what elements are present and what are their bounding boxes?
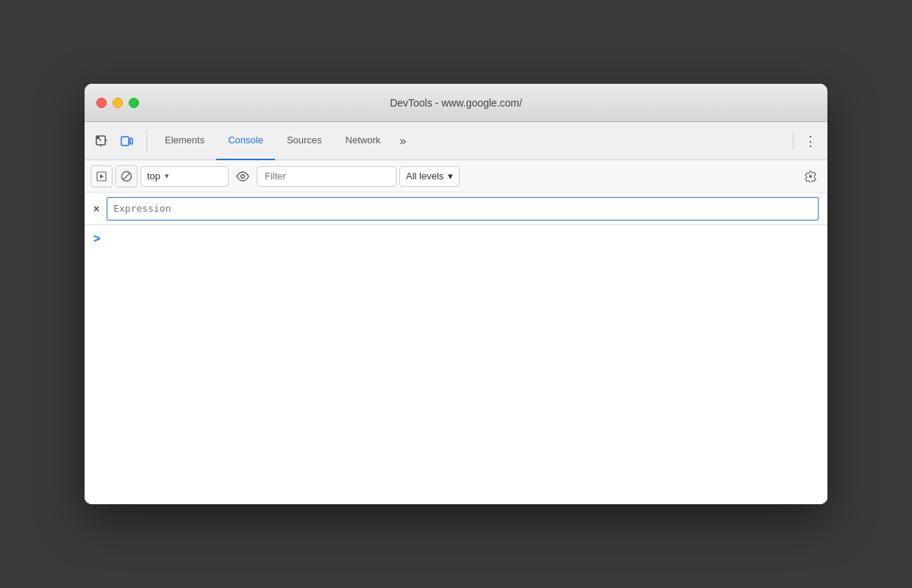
console-toolbar: top ▾ All levels ▾ — [85, 160, 827, 193]
expression-input[interactable] — [107, 197, 819, 220]
tab-divider — [793, 132, 794, 150]
device-icon — [120, 135, 133, 148]
close-button[interactable] — [96, 98, 107, 108]
context-selector[interactable]: top ▾ — [140, 166, 229, 187]
tab-more-button[interactable]: » — [392, 129, 413, 154]
maximize-button[interactable] — [129, 98, 139, 108]
run-script-button[interactable] — [90, 165, 113, 187]
title-bar: DevTools - www.google.com/ — [85, 84, 827, 122]
svg-point-7 — [241, 174, 245, 178]
eye-icon — [236, 170, 249, 183]
inspect-icon — [95, 135, 108, 148]
inspect-element-button[interactable] — [90, 130, 113, 152]
context-dropdown-arrow: ▾ — [165, 171, 169, 181]
svg-marker-4 — [100, 174, 104, 179]
block-icon — [121, 171, 132, 182]
window-title: DevTools - www.google.com/ — [390, 97, 522, 109]
log-levels-selector[interactable]: All levels ▾ — [399, 166, 460, 187]
devtools-menu-button[interactable]: ⋮ — [799, 130, 822, 152]
live-expressions-button[interactable] — [232, 165, 254, 187]
console-area[interactable]: > — [85, 225, 827, 504]
console-content: × > — [85, 193, 827, 504]
tabs: Elements Console Sources Network » — [153, 122, 787, 160]
tab-bar: Elements Console Sources Network » ⋮ — [85, 122, 827, 160]
prompt-arrow-icon: > — [93, 232, 100, 245]
tab-network[interactable]: Network — [334, 122, 393, 160]
console-settings-button[interactable] — [799, 165, 822, 187]
tab-sources[interactable]: Sources — [275, 122, 334, 160]
traffic-lights — [96, 98, 139, 108]
toolbar-icons — [90, 130, 147, 152]
expression-close-button[interactable]: × — [93, 203, 99, 215]
run-icon — [96, 171, 107, 182]
svg-rect-1 — [121, 137, 129, 146]
expression-row: × — [85, 193, 827, 225]
device-toggle-button[interactable] — [115, 130, 138, 152]
console-prompt: > — [93, 232, 819, 245]
minimize-button[interactable] — [113, 98, 123, 108]
tab-elements[interactable]: Elements — [153, 122, 216, 160]
svg-line-6 — [123, 173, 130, 180]
gear-icon — [805, 171, 816, 182]
levels-dropdown-arrow: ▾ — [448, 171, 453, 182]
svg-rect-2 — [130, 138, 132, 144]
filter-input[interactable] — [257, 166, 396, 187]
clear-messages-button[interactable] — [115, 165, 138, 187]
tab-console[interactable]: Console — [216, 122, 275, 160]
